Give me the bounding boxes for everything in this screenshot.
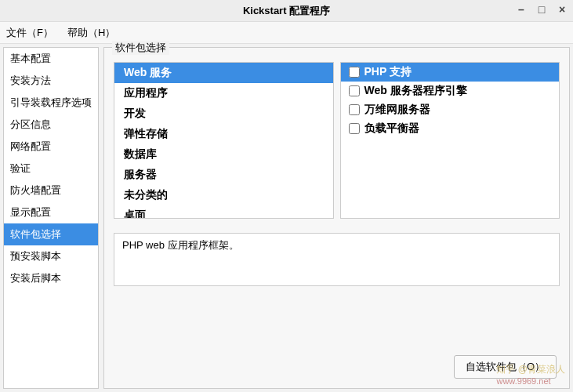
- titlebar: Kickstart 配置程序 – □ ×: [0, 0, 573, 22]
- sidebar-item[interactable]: 预安装脚本: [4, 245, 98, 267]
- sidebar-item[interactable]: 安装方法: [4, 70, 98, 92]
- category-item[interactable]: 桌面: [114, 205, 333, 219]
- sidebar-item[interactable]: 防火墙配置: [4, 180, 98, 201]
- category-item[interactable]: 数据库: [114, 144, 333, 165]
- group-label: 软件包选择: [112, 41, 169, 55]
- body: 基本配置安装方法引导装载程序选项分区信息网络配置验证防火墙配置显示配置软件包选择…: [0, 44, 573, 392]
- window-title: Kickstart 配置程序: [243, 4, 330, 18]
- category-list[interactable]: Web 服务应用程序开发弹性存储数据库服务器未分类的桌面: [114, 62, 334, 219]
- package-list[interactable]: PHP 支持Web 服务器程序引擎万维网服务器负载平衡器: [340, 62, 560, 219]
- package-label: 万维网服务器: [364, 103, 430, 117]
- package-selection-group: 软件包选择 Web 服务应用程序开发弹性存储数据库服务器未分类的桌面 PHP 支…: [103, 47, 570, 389]
- category-item[interactable]: 服务器: [114, 165, 333, 185]
- package-item[interactable]: PHP 支持: [341, 63, 560, 82]
- lists-row: Web 服务应用程序开发弹性存储数据库服务器未分类的桌面 PHP 支持Web 服…: [114, 62, 560, 219]
- sidebar-item[interactable]: 软件包选择: [4, 223, 98, 245]
- package-item[interactable]: 负载平衡器: [341, 119, 560, 138]
- custom-packages-button[interactable]: 自选软件包（O）: [454, 355, 557, 379]
- package-checkbox[interactable]: [349, 123, 360, 134]
- button-row: 自选软件包（O）: [454, 355, 557, 379]
- description-text: PHP web 应用程序框架。: [122, 239, 239, 251]
- sidebar-item[interactable]: 引导装载程序选项: [4, 92, 98, 114]
- package-label: 负载平衡器: [364, 122, 419, 136]
- sidebar-item[interactable]: 网络配置: [4, 136, 98, 158]
- maximize-icon[interactable]: □: [535, 3, 548, 16]
- package-item[interactable]: Web 服务器程序引擎: [341, 82, 560, 100]
- minimize-icon[interactable]: –: [515, 3, 528, 16]
- sidebar-item[interactable]: 基本配置: [4, 48, 98, 70]
- sidebar-item[interactable]: 安装后脚本: [4, 267, 98, 289]
- description-box: PHP web 应用程序框架。: [114, 233, 560, 286]
- menubar: 文件（F） 帮助（H）: [0, 22, 573, 44]
- category-item[interactable]: 弹性存储: [114, 124, 333, 144]
- category-item[interactable]: 未分类的: [114, 185, 333, 205]
- category-item[interactable]: 开发: [114, 103, 333, 124]
- sidebar-item[interactable]: 显示配置: [4, 201, 98, 223]
- sidebar-item[interactable]: 分区信息: [4, 114, 98, 136]
- menu-file[interactable]: 文件（F）: [6, 26, 53, 40]
- category-item[interactable]: Web 服务: [114, 63, 333, 83]
- package-label: PHP 支持: [364, 65, 412, 79]
- menu-help[interactable]: 帮助（H）: [67, 26, 115, 40]
- package-label: Web 服务器程序引擎: [364, 84, 467, 98]
- package-checkbox[interactable]: [349, 104, 360, 115]
- window-controls: – □ ×: [515, 3, 568, 16]
- sidebar-item[interactable]: 验证: [4, 158, 98, 180]
- package-checkbox[interactable]: [349, 67, 360, 78]
- package-checkbox[interactable]: [349, 85, 360, 96]
- category-item[interactable]: 应用程序: [114, 83, 333, 103]
- close-icon[interactable]: ×: [556, 3, 568, 16]
- sidebar[interactable]: 基本配置安装方法引导装载程序选项分区信息网络配置验证防火墙配置显示配置软件包选择…: [3, 47, 99, 389]
- main-panel: 软件包选择 Web 服务应用程序开发弹性存储数据库服务器未分类的桌面 PHP 支…: [103, 47, 570, 389]
- package-item[interactable]: 万维网服务器: [341, 100, 560, 119]
